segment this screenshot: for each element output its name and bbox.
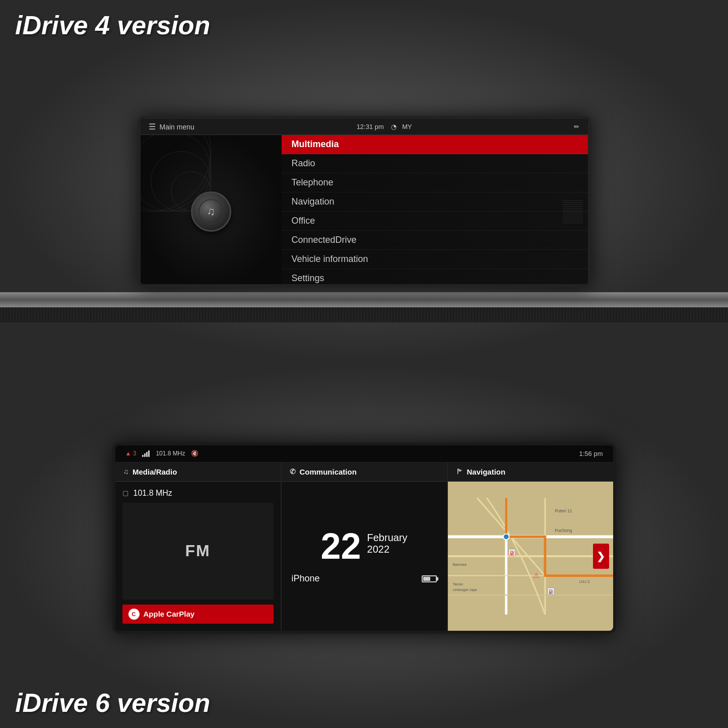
media-panel: ♫ Media/Radio ▢ 101.8 MHz FM	[115, 462, 282, 631]
idrive4-screen: ☰ Main menu 12:31 pm ◔ MY ✏	[138, 116, 591, 287]
music-note-icon: ♫	[123, 468, 129, 476]
idrive4-version-label: iDrive 4 version	[15, 10, 210, 40]
svg-point-19	[503, 534, 509, 540]
date-month-year: February 2022	[367, 528, 408, 555]
menu-item-settings[interactable]: Settings	[282, 269, 588, 287]
nav-panel-title: Navigation	[467, 468, 506, 476]
menu-item-connecteddrive[interactable]: ConnectedDrive	[282, 231, 588, 250]
carplay-icon: C	[128, 609, 140, 620]
radio-icon: ▢	[122, 489, 128, 497]
warning-icon: ▲ 3	[125, 450, 137, 457]
nav-panel-content: Puteri 11 Puchong Banrara Taman Lindunga…	[448, 482, 613, 631]
svg-text:Puteri 11: Puteri 11	[555, 508, 572, 513]
mute-icon: 🔇	[191, 450, 198, 457]
nav-flag-icon: 🏱	[456, 468, 463, 476]
fm-label: FM	[185, 542, 210, 560]
media-panel-header: ♫ Media/Radio	[115, 462, 281, 482]
svg-text:Taman: Taman	[452, 582, 463, 585]
idrive4-header-left: ☰ Main menu	[149, 122, 194, 131]
main-menu-title: Main menu	[160, 123, 194, 131]
media-panel-content: ▢ 101.8 MHz FM C Apple CarPlay	[115, 482, 281, 631]
svg-text:Lindungan Jaya: Lindungan Jaya	[452, 588, 477, 592]
menu-item-navigation[interactable]: Navigation	[282, 192, 588, 212]
communication-panel: ✆ Communication 22 February 2022 iPho	[282, 462, 448, 631]
date-display: 22 February 2022	[320, 528, 407, 564]
idrive4-content: ♫ Multimedia Radio Telephone	[141, 135, 588, 287]
date-number: 22	[320, 528, 361, 564]
idrive4-header: ☰ Main menu 12:31 pm ◔ MY ✏	[141, 119, 588, 135]
nav-next-button[interactable]: ❯	[593, 544, 609, 569]
idrive4-signal-icon: ◔	[391, 123, 396, 130]
radio-freq-value: 101.8 MHz	[134, 489, 172, 498]
idrive4-region: MY	[402, 123, 412, 130]
menu-item-telephone[interactable]: Telephone	[282, 173, 588, 192]
menu-item-multimedia[interactable]: Multimedia	[282, 135, 588, 154]
svg-text:⛽: ⛽	[509, 550, 514, 555]
svg-text:⚠: ⚠	[533, 572, 539, 579]
idrive4-menu: Multimedia Radio Telephone Navigation Of…	[282, 135, 588, 287]
idrive6-screen: ▲ 3 101.8 MHz 🔇 1:56 pm	[112, 442, 616, 634]
comm-panel-header: ✆ Communication	[282, 462, 447, 482]
battery-fill	[423, 577, 430, 581]
map-svg: Puteri 11 Puchong Banrara Taman Lindunga…	[448, 482, 613, 631]
svg-text:Banrara: Banrara	[452, 562, 467, 567]
idrive4-section: iDrive 4 version ☰ Main menu 12:31 pm ◔ …	[0, 0, 728, 363]
carplay-bar[interactable]: C Apple CarPlay	[122, 605, 274, 624]
idrive4-clock: 12:31 pm ◔ MY	[357, 123, 412, 130]
silver-trim	[0, 292, 728, 307]
fm-display: FM	[122, 503, 274, 600]
navigation-panel: 🏱 Navigation	[448, 462, 613, 631]
knob-music-icon: ♫	[207, 205, 215, 218]
idrive-knob-inner: ♫	[198, 199, 224, 224]
date-month: February	[367, 532, 408, 544]
idrive4-header-right: ✏	[574, 123, 579, 130]
radio-frequency: ▢ 101.8 MHz	[122, 489, 274, 498]
phone-row: iPhone	[292, 573, 437, 584]
phone-battery	[422, 575, 437, 582]
menu-item-office[interactable]: Office	[282, 212, 588, 231]
idrive6-header: ▲ 3 101.8 MHz 🔇 1:56 pm	[115, 445, 613, 462]
menu-icon: ☰	[149, 122, 156, 131]
nav-arrow-icon: ❯	[597, 550, 605, 562]
idrive4-time: 12:31 pm	[357, 123, 384, 130]
idrive6-header-left: ▲ 3 101.8 MHz 🔇	[125, 450, 199, 457]
idrive6-panels: ♫ Media/Radio ▢ 101.8 MHz FM	[115, 462, 613, 631]
signal-bars	[142, 450, 150, 457]
idrive4-knob-area: ♫	[141, 135, 282, 287]
date-year: 2022	[367, 544, 408, 555]
menu-item-radio[interactable]: Radio	[282, 154, 588, 173]
idrive6-section: ▲ 3 101.8 MHz 🔇 1:56 pm	[0, 363, 728, 728]
idrive6-time: 1:56 pm	[579, 450, 603, 457]
comm-panel-content: 22 February 2022 iPhone	[282, 482, 447, 631]
edit-icon: ✏	[574, 123, 579, 130]
battery-icon	[422, 575, 437, 582]
carbon-trim	[0, 307, 728, 322]
phone-icon: ✆	[290, 468, 296, 476]
idrive-knob[interactable]: ♫	[191, 191, 231, 232]
idrive6-freq: 101.8 MHz	[156, 450, 185, 457]
svg-text:⛽: ⛽	[548, 589, 553, 594]
h-lines-decoration	[558, 135, 588, 287]
nav-panel-header: 🏱 Navigation	[448, 462, 613, 482]
carplay-label: Apple CarPlay	[144, 610, 195, 618]
svg-text:Puchong: Puchong	[555, 527, 572, 533]
idrive6-version-label: iDrive 6 version	[15, 688, 210, 718]
phone-label: iPhone	[292, 573, 320, 584]
svg-text:USJ 2: USJ 2	[579, 579, 589, 584]
map-background: Puteri 11 Puchong Banrara Taman Lindunga…	[448, 482, 613, 631]
media-panel-title: Media/Radio	[133, 468, 177, 476]
menu-item-vehicle-info[interactable]: Vehicle information	[282, 250, 588, 269]
comm-panel-title: Communication	[300, 468, 357, 476]
